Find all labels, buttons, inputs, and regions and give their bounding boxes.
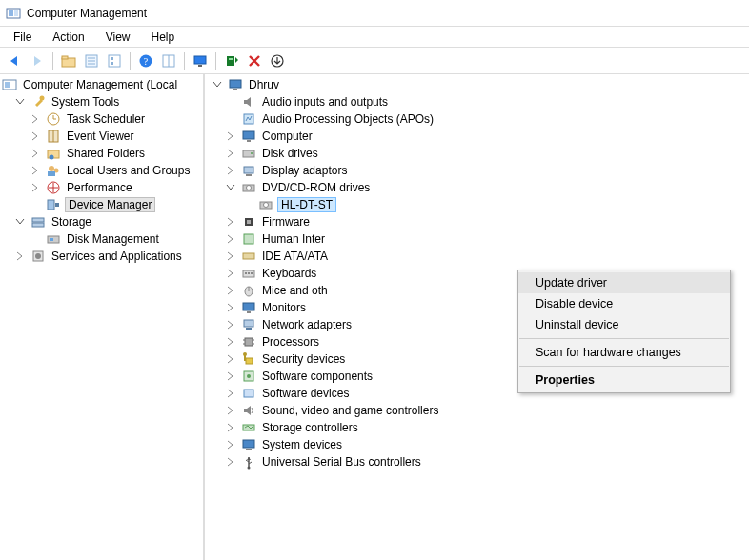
cat-hid-label: Human Inter [260, 232, 327, 246]
cpu-icon [241, 334, 256, 350]
chevron-down-icon[interactable] [13, 95, 27, 109]
svg-rect-18 [227, 56, 234, 66]
chevron-right-icon[interactable] [224, 250, 237, 263]
menu-properties[interactable]: Properties [518, 370, 730, 390]
svg-rect-48 [233, 89, 237, 90]
tree-task-scheduler[interactable]: Task Scheduler [0, 110, 203, 128]
columns-icon[interactable] [158, 50, 179, 71]
cat-storage-ctrl-label: Storage controllers [260, 421, 360, 434]
chevron-right-icon[interactable] [224, 387, 237, 400]
list-icon[interactable] [104, 50, 125, 71]
menu-update-driver[interactable]: Update driver [518, 272, 730, 293]
menu-action[interactable]: Action [43, 29, 93, 46]
chevron-right-icon[interactable] [224, 455, 237, 469]
tree-storage[interactable]: Storage [0, 213, 203, 230]
cat-usb[interactable]: Universal Serial Bus controllers [205, 453, 749, 470]
cat-disk-drives[interactable]: Disk drives [205, 145, 749, 162]
left-pane: Computer Management (Local System Tools … [0, 74, 204, 560]
monitor-icon[interactable] [190, 50, 211, 71]
chevron-right-icon[interactable] [224, 164, 237, 177]
tree-device-manager[interactable]: Device Manager [0, 196, 203, 213]
device-root[interactable]: Dhruv [205, 76, 749, 93]
sw-component-icon [241, 369, 256, 384]
chevron-right-icon[interactable] [224, 284, 237, 297]
menu-view[interactable]: View [96, 29, 140, 46]
chevron-right-icon[interactable] [224, 352, 237, 366]
chevron-right-icon[interactable] [29, 112, 42, 126]
cat-sound[interactable]: Sound, video and game controllers [205, 402, 749, 419]
cat-system-devices[interactable]: System devices [205, 436, 749, 453]
chevron-right-icon[interactable] [224, 421, 237, 434]
sheet-icon[interactable] [81, 50, 102, 71]
chevron-right-icon[interactable] [224, 404, 237, 417]
chevron-right-icon[interactable] [224, 267, 237, 280]
folder-up-icon[interactable] [58, 50, 79, 71]
arrow-down-circle-icon[interactable] [267, 50, 288, 71]
delete-icon[interactable] [244, 50, 265, 71]
chevron-right-icon[interactable] [224, 370, 237, 383]
svg-rect-54 [244, 167, 253, 173]
chevron-right-icon[interactable] [224, 318, 237, 331]
forward-button[interactable] [27, 50, 48, 71]
cat-ide[interactable]: IDE ATA/ATA [205, 248, 749, 265]
tree-services-apps[interactable]: Services and Applications [0, 248, 203, 265]
chevron-right-icon[interactable] [29, 130, 42, 143]
svg-rect-19 [229, 58, 233, 60]
chevron-down-icon[interactable] [211, 78, 224, 91]
help-icon[interactable]: ? [135, 50, 156, 71]
device-manager-label: Device Manager [65, 197, 155, 212]
chevron-right-icon[interactable] [224, 301, 237, 314]
chevron-right-icon[interactable] [224, 130, 237, 143]
menu-help[interactable]: Help [142, 29, 185, 46]
svg-point-53 [251, 152, 253, 154]
chevron-right-icon[interactable] [29, 181, 42, 194]
cat-firmware[interactable]: Firmware [205, 213, 749, 230]
svg-rect-17 [198, 65, 202, 67]
cat-apos[interactable]: Audio Processing Objects (APOs) [205, 110, 749, 128]
svg-rect-4 [62, 56, 68, 59]
tree-shared-folders[interactable]: Shared Folders [0, 145, 203, 162]
chevron-right-icon[interactable] [224, 335, 237, 349]
svg-rect-47 [230, 80, 241, 88]
svg-rect-85 [243, 425, 254, 430]
tree-local-users[interactable]: Local Users and Groups [0, 162, 203, 179]
cat-storage-ctrl[interactable]: Storage controllers [205, 419, 749, 436]
scan-hardware-icon[interactable] [221, 50, 242, 71]
menu-scan-hardware[interactable]: Scan for hardware changes [518, 342, 730, 363]
tree-system-tools[interactable]: System Tools [0, 93, 203, 110]
app-icon [6, 6, 21, 21]
cat-hid[interactable]: Human Inter [205, 230, 749, 248]
cat-dvd[interactable]: DVD/CD-ROM drives [205, 179, 749, 196]
chevron-right-icon[interactable] [29, 147, 42, 160]
speaker-icon [241, 94, 256, 110]
cat-computer[interactable]: Computer [205, 128, 749, 145]
system-device-icon [241, 437, 256, 452]
chevron-down-icon[interactable] [13, 215, 27, 229]
menu-uninstall-device-label: Uninstall device [536, 318, 619, 331]
cat-sw-devices-label: Software devices [260, 387, 351, 400]
chevron-right-icon[interactable] [13, 250, 27, 263]
chevron-right-icon[interactable] [29, 164, 42, 177]
cat-audio-io[interactable]: Audio inputs and outputs [205, 93, 749, 110]
event-viewer-label: Event Viewer [65, 130, 135, 143]
chevron-right-icon[interactable] [224, 438, 237, 451]
chevron-down-icon[interactable] [224, 181, 237, 194]
cat-display[interactable]: Display adaptors [205, 162, 749, 179]
chevron-right-icon[interactable] [224, 232, 237, 246]
tree-event-viewer[interactable]: Event Viewer [0, 128, 203, 145]
tree-performance[interactable]: Performance [0, 179, 203, 196]
tree-root-computer-management[interactable]: Computer Management (Local [0, 76, 203, 93]
tree-disk-management[interactable]: Disk Management [0, 230, 203, 248]
device-hl-dt-st[interactable]: HL-DT-ST [205, 196, 749, 213]
chevron-right-icon[interactable] [224, 215, 237, 229]
menu-file[interactable]: File [4, 29, 41, 46]
chevron-right-icon[interactable] [224, 147, 237, 160]
back-button[interactable] [4, 50, 25, 71]
svg-rect-2 [14, 10, 18, 16]
disk-management-label: Disk Management [65, 232, 161, 246]
menu-uninstall-device[interactable]: Uninstall device [518, 314, 730, 335]
cat-computer-label: Computer [260, 130, 314, 143]
menu-disable-device[interactable]: Disable device [518, 293, 730, 314]
system-tools-label: System Tools [50, 95, 121, 109]
menu-update-driver-label: Update driver [536, 276, 607, 290]
